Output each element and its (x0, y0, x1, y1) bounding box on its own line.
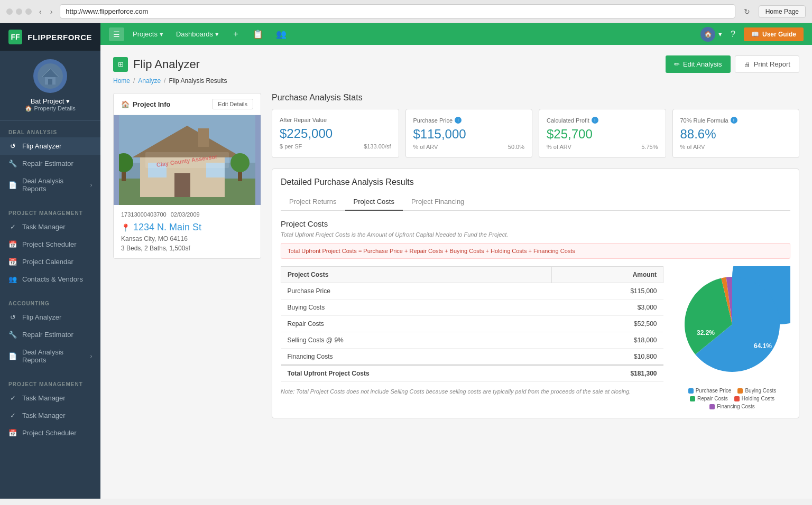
nav-help-button[interactable]: ? (726, 27, 740, 41)
breadcrumb-analyze[interactable]: Analyze (138, 77, 161, 85)
sidebar-item-repair-estimator[interactable]: 🔧 Repair Estimator (0, 155, 100, 172)
task-manager3-icon: ✓ (8, 412, 17, 419)
table-cell-amount: $52,500 (551, 316, 663, 332)
sidebar-item-label: Repair Estimator (22, 331, 73, 339)
flip-analyzer-icon: ↺ (8, 142, 17, 150)
sidebar-item-project-calendar[interactable]: 📆 Project Calendar (0, 253, 100, 270)
project-info-header: 🏠 Project Info Edit Details (114, 93, 261, 115)
sidebar-property: 🏠 Property Details (8, 105, 92, 112)
legend-dot-buying (737, 388, 743, 394)
sidebar-item-project-scheduler[interactable]: 📅 Project Scheduler (0, 236, 100, 253)
project-info-title: 🏠 Project Info (121, 100, 171, 108)
sidebar-item-deal-reports-acct[interactable]: 📄 Deal Analysis Reports › (0, 343, 100, 369)
stat-card-arv: After Repair Value $225,000 $ per SF $13… (272, 109, 399, 158)
browser-dots (6, 8, 32, 15)
browser-url-bar[interactable]: http://www.flipperforce.com (60, 4, 735, 18)
sidebar-item-label: Project Scheduler (22, 429, 77, 437)
nav-add-button[interactable]: ＋ (227, 26, 244, 42)
stat-label-arv: After Repair Value (280, 117, 391, 123)
info-icon-profit[interactable]: i (592, 117, 598, 124)
left-panel: 🏠 Project Info Edit Details (113, 93, 261, 418)
project-mgmt-title: PROJECT MANAGEMENT (0, 206, 100, 218)
legend-purchase-price: Purchase Price (688, 388, 732, 394)
nav-calendar-button[interactable]: 📋 (248, 27, 267, 41)
pie-chart: 64.1% 32.2% (674, 266, 790, 382)
stat-value-rule: 88.6% (680, 127, 792, 142)
nav-menu-button[interactable]: ☰ (109, 27, 124, 41)
tab-project-returns[interactable]: Project Returns (281, 193, 345, 211)
info-icon-purchase[interactable]: i (455, 117, 462, 124)
refresh-icon[interactable]: ↻ (740, 6, 754, 17)
tab-project-costs[interactable]: Project Costs (345, 193, 403, 211)
avatar (33, 59, 67, 93)
legend-dot-repair (690, 396, 695, 401)
sidebar-item-contacts-vendors[interactable]: 👥 Contacts & Vendors (0, 270, 100, 288)
page-header: ⊞ Flip Analyzer ✏ Edit Analysis 🖨 Print … (113, 55, 799, 73)
task-manager2-icon: ✓ (8, 394, 17, 402)
svg-text:32.2%: 32.2% (697, 329, 715, 336)
browser-dot-green (25, 8, 32, 15)
sidebar-item-repair-estimator-acct[interactable]: 🔧 Repair Estimator (0, 326, 100, 343)
main-content: ☰ Projects ▾ Dashboards ▾ ＋ 📋 👥 🏠 ▾ ? 📖 … (100, 23, 812, 499)
avatar-image (38, 63, 63, 89)
nav-avatar: 🏠 (700, 27, 715, 42)
nav-projects[interactable]: Projects ▾ (128, 27, 168, 41)
costs-subtitle: Total Upfront Project Costs is the Amoun… (281, 231, 790, 238)
nav-user-menu[interactable]: 🏠 ▾ (700, 27, 722, 42)
print-report-button[interactable]: 🖨 Print Report (735, 55, 799, 73)
sidebar-username[interactable]: Bat Project ▾ (8, 97, 92, 105)
parcel-id: 17313000403700 (121, 211, 167, 218)
browser-forward[interactable]: › (47, 6, 56, 17)
nav-dashboards[interactable]: Dashboards ▾ (172, 27, 223, 41)
stats-title: Purchase Analysis Stats (272, 93, 799, 102)
sidebar-item-task-manager3[interactable]: ✓ Task Manager (0, 407, 100, 424)
chevron-right-icon-acct: › (90, 353, 92, 359)
sidebar-item-label: Task Manager (22, 394, 66, 402)
sidebar-item-label: Flip Analyzer (22, 142, 61, 150)
table-cell-amount: $18,000 (551, 332, 663, 349)
sidebar-project-mgmt: PROJECT MANAGEMENT ✓ Task Manager 📅 Proj… (0, 202, 100, 292)
stat-card-purchase: Purchase Price i $115,000 % of ARV 50.0% (405, 109, 533, 158)
logo-text: FLIPPERFORCE (27, 33, 92, 42)
sidebar-item-label: Project Calendar (22, 258, 73, 266)
legend-buying-costs: Buying Costs (737, 388, 776, 394)
page-title-row: ⊞ Flip Analyzer (113, 57, 200, 72)
info-icon-rule[interactable]: i (731, 117, 737, 124)
breadcrumb-sep2: / (164, 77, 165, 85)
project-city: Kansas City, MO 64116 (121, 235, 253, 242)
edit-details-button[interactable]: Edit Details (212, 99, 253, 109)
sidebar-item-label: Repair Estimator (22, 160, 73, 167)
legend-financing-costs: Financing Costs (709, 404, 755, 409)
stat-value-purchase: $115,000 (413, 127, 525, 142)
tab-project-financing[interactable]: Project Financing (403, 193, 473, 211)
project-mgmt2-title: PROJECT MANAGEMENT (0, 377, 100, 389)
breadcrumb-home[interactable]: Home (113, 77, 130, 85)
sidebar-item-label: Task Manager (22, 223, 66, 231)
browser-back[interactable]: ‹ (36, 6, 45, 17)
svg-text:64.1%: 64.1% (754, 342, 772, 350)
sidebar-item-deal-analysis-reports[interactable]: 📄 Deal Analysis Reports › (0, 172, 100, 198)
sidebar-item-flip-analyzer-acct[interactable]: ↺ Flip Analyzer (0, 308, 100, 326)
logo-icon: FF (8, 30, 22, 44)
sidebar-item-label: Deal Analysis Reports (22, 348, 85, 364)
stat-sub-arv: $ per SF $133.00/sf (280, 143, 391, 149)
costs-table: Project Costs Amount Purchase Price$115,… (281, 266, 663, 382)
sidebar-item-label: Deal Analysis Reports (22, 177, 85, 193)
nav-users-button[interactable]: 👥 (272, 27, 291, 41)
table-cell-amount: $181,300 (551, 365, 663, 382)
home-page-button[interactable]: Home Page (759, 5, 806, 18)
browser-dot-yellow (16, 8, 22, 15)
stats-section: Purchase Analysis Stats After Repair Val… (272, 93, 799, 158)
edit-analysis-button[interactable]: ✏ Edit Analysis (666, 55, 731, 73)
sidebar-item-flip-analyzer[interactable]: ↺ Flip Analyzer (0, 137, 100, 155)
project-info-card: 🏠 Project Info Edit Details (113, 93, 261, 259)
analysis-title: Detailed Purchase Analysis Results (281, 177, 790, 187)
sidebar-item-project-scheduler2[interactable]: 📅 Project Scheduler (0, 424, 100, 442)
sidebar-item-task-manager2[interactable]: ✓ Task Manager (0, 389, 100, 407)
sidebar-item-task-manager[interactable]: ✓ Task Manager (0, 218, 100, 236)
deal-analysis-title: DEAL ANALYSIS (0, 125, 100, 137)
chart-legend: Purchase Price Buying Costs (674, 388, 790, 409)
nav-user-guide-button[interactable]: 📖 User Guide (744, 27, 804, 41)
legend-holding-costs: Holding Costs (734, 396, 774, 401)
legend-dot-financing (709, 404, 715, 409)
